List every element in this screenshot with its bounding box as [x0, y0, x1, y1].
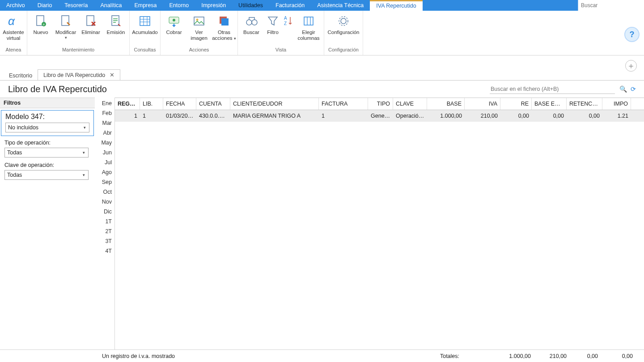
ordenar-button[interactable]: AZ: [282, 13, 294, 30]
month-may[interactable]: May: [101, 140, 112, 146]
filter-modelo-label: Modelo 347:: [5, 113, 89, 121]
elegir-columnas-button[interactable]: Elegircolumnas: [294, 13, 323, 42]
month-ago[interactable]: Ago: [102, 169, 112, 175]
cell-cuenta: 430.0.0.00000: [196, 110, 230, 122]
ver-imagen-button[interactable]: Verimagen: [186, 13, 212, 42]
nuevo-button[interactable]: +Nuevo: [28, 13, 53, 36]
menu-tesoreria[interactable]: Tesorería: [58, 0, 94, 11]
quarter-3t[interactable]: 3T: [105, 238, 112, 244]
svg-point-19: [341, 18, 346, 24]
filter-tipo-operacion: Tipo de operación: Todas ▾: [0, 137, 95, 159]
quarter-1t[interactable]: 1T: [105, 218, 112, 225]
month-mar[interactable]: Mar: [102, 120, 112, 126]
close-tab-button[interactable]: ✕: [110, 72, 114, 78]
binoculars-icon: [244, 13, 259, 29]
tab-escritorio[interactable]: Escritorio: [4, 71, 38, 81]
total-base: 1.000,00: [496, 351, 534, 361]
col-factura[interactable]: FACTURA: [319, 98, 368, 110]
global-search-input[interactable]: [581, 2, 641, 9]
asistente-virtual-button[interactable]: α Asistente virtual: [1, 13, 26, 42]
month-nov[interactable]: Nov: [102, 199, 112, 205]
menu-analitica[interactable]: Analítica: [94, 0, 128, 11]
menu-archivo[interactable]: Archivo: [0, 0, 31, 11]
ribbon-group-label: Acciones: [161, 47, 237, 55]
status-bar: Un registro de i.v.a. mostrado Totales: …: [0, 349, 644, 362]
col-retencion[interactable]: RETENCIÓN: [567, 98, 602, 110]
configuracion-button[interactable]: Configuración: [325, 13, 362, 36]
menu-impresion[interactable]: Impresión: [195, 0, 232, 11]
otras-acciones-button[interactable]: Otrasacciones ▾: [212, 13, 237, 42]
emision-button[interactable]: Emisión: [103, 13, 128, 36]
month-jul[interactable]: Jul: [105, 159, 112, 166]
modificar-button[interactable]: Modificar▾: [53, 13, 78, 41]
quarter-2t[interactable]: 2T: [105, 228, 112, 234]
menu-facturacion[interactable]: Facturación: [269, 0, 311, 11]
svg-point-20: [339, 17, 348, 26]
buscar-button[interactable]: Buscar: [239, 13, 264, 36]
menu-empresa[interactable]: Empresa: [128, 0, 163, 11]
col-re[interactable]: RE: [500, 98, 532, 110]
ribbon-group-acciones: Cobrar Verimagen Otrasacciones ▾ Accione…: [161, 11, 238, 55]
menu-entorno[interactable]: Entorno: [163, 0, 195, 11]
col-clave[interactable]: CLAVE: [393, 98, 427, 110]
data-grid: REGIS... LIB. FECHA CUENTA CLIENTE/DEUDO…: [114, 98, 644, 362]
page-header: Libro de IVA Repercutido 🔍 ⟳: [0, 81, 644, 98]
col-iva[interactable]: IVA: [465, 98, 500, 110]
month-ene[interactable]: Ene: [102, 100, 112, 106]
tab-libro-iva[interactable]: Libro de IVA Repercutido ✕: [38, 69, 120, 81]
refresh-icon[interactable]: ⟳: [631, 85, 636, 93]
columns-icon: [301, 13, 316, 29]
sheet-icon: [137, 13, 153, 29]
eliminar-button[interactable]: Eliminar: [78, 13, 103, 36]
quarter-4t[interactable]: 4T: [105, 248, 112, 254]
month-sep[interactable]: Sep: [102, 179, 112, 185]
cell-re: 0,00: [500, 110, 532, 122]
global-search[interactable]: [578, 0, 644, 11]
col-importe[interactable]: IMPO: [602, 98, 631, 110]
col-cuenta[interactable]: CUENTA: [196, 98, 230, 110]
filter-tipo-label: Tipo de operación:: [4, 140, 90, 146]
table-row[interactable]: 1 1 01/03/20XX 430.0.0.00000 MARIA GERMA…: [115, 110, 644, 122]
filtro-button[interactable]: Filtro: [264, 13, 282, 36]
col-regis[interactable]: REGIS...: [115, 98, 140, 110]
ribbon-group-vista: Buscar Filtro AZ Elegircolumnas Vista: [238, 11, 324, 55]
menu-asistencia[interactable]: Asistencia Técnica: [311, 0, 370, 11]
month-jun[interactable]: Jun: [103, 149, 112, 156]
cobrar-button[interactable]: Cobrar: [161, 13, 186, 36]
file-search-input[interactable]: [490, 85, 615, 94]
menu-iva-repercutido[interactable]: IVA Repercutido: [370, 0, 422, 11]
month-feb[interactable]: Feb: [102, 110, 112, 116]
svg-point-14: [246, 20, 252, 25]
col-cliente[interactable]: CLIENTE/DEUDOR: [230, 98, 319, 110]
page-title: Libro de IVA Repercutido: [8, 84, 490, 94]
cell-cliente: MARIA GERMAN TRIGO A: [230, 110, 319, 122]
new-tab-button[interactable]: ＋: [625, 60, 637, 72]
col-base[interactable]: BASE: [427, 98, 465, 110]
filter-tipo-select[interactable]: Todas ▾: [4, 148, 89, 158]
image-icon: [191, 13, 207, 29]
filter-clave-label: Clave de operación:: [4, 162, 90, 168]
filter-clave-select[interactable]: Todas ▾: [4, 170, 89, 180]
acumulado-button[interactable]: Acumulado: [131, 13, 159, 36]
col-tipo[interactable]: TIPO: [368, 98, 393, 110]
menu-utilidades[interactable]: Utilidades: [232, 0, 269, 11]
filter-modelo-select[interactable]: No incluidos ▾: [5, 123, 89, 132]
col-lib[interactable]: LIB.: [140, 98, 163, 110]
filters-panel: Filtros Modelo 347: No incluidos ▾ Tipo …: [0, 98, 95, 362]
month-dic[interactable]: Dic: [104, 209, 112, 215]
cell-exenta: 0,00: [532, 110, 567, 122]
month-oct[interactable]: Oct: [103, 189, 112, 195]
grid-body: 1 1 01/03/20XX 430.0.0.00000 MARIA GERMA…: [115, 110, 644, 362]
svg-text:+: +: [42, 22, 45, 27]
cell-regis: 1: [115, 110, 140, 122]
month-abr[interactable]: Abr: [103, 130, 112, 136]
document-tab-strip: ＋ Escritorio Libro de IVA Repercutido ✕: [0, 55, 644, 81]
help-button[interactable]: ?: [624, 27, 640, 42]
emit-doc-icon: [108, 13, 123, 29]
col-fecha[interactable]: FECHA: [163, 98, 196, 110]
menu-diario[interactable]: Diario: [31, 0, 59, 11]
ribbon: α Asistente virtual Atenea +Nuevo Modifi…: [0, 11, 644, 55]
cell-clave: Operación ...: [393, 110, 427, 122]
col-exenta[interactable]: BASE EXENTA: [532, 98, 567, 110]
search-icon[interactable]: 🔍: [619, 85, 627, 93]
